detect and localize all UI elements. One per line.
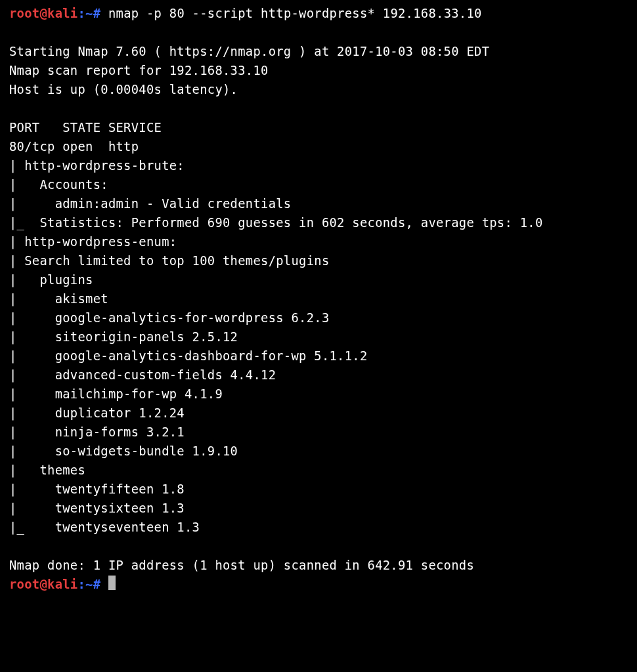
- prompt-host: kali: [47, 7, 77, 20]
- prompt-at: @: [39, 578, 47, 591]
- output-line: |_ Statistics: Performed 690 guesses in …: [9, 216, 543, 230]
- output-line: | http-wordpress-enum:: [9, 235, 177, 249]
- prompt-line-1: root@kali:~# nmap -p 80 --script http-wo…: [9, 7, 482, 20]
- prompt-hash: #: [93, 7, 101, 20]
- output-line: | duplicator 1.2.24: [9, 406, 185, 420]
- output-line: | Search limited to top 100 themes/plugi…: [9, 254, 330, 268]
- output-line: Nmap done: 1 IP address (1 host up) scan…: [9, 558, 474, 572]
- output-line: | so-widgets-bundle 1.9.10: [9, 444, 238, 458]
- prompt-colon: :: [77, 578, 85, 591]
- output-line: | advanced-custom-fields 4.4.12: [9, 368, 276, 382]
- command-text: nmap -p 80 --script http-wordpress* 192.…: [100, 7, 481, 20]
- output-line: | siteorigin-panels 2.5.12: [9, 330, 238, 344]
- output-line: |_ twentyseventeen 1.3: [9, 520, 200, 534]
- output-line: | mailchimp-for-wp 4.1.9: [9, 387, 223, 401]
- terminal[interactable]: root@kali:~# nmap -p 80 --script http-wo…: [0, 0, 637, 598]
- prompt-user: root: [9, 578, 39, 591]
- prompt-line-2: root@kali:~#: [9, 578, 116, 591]
- output-line: | plugins: [9, 273, 93, 287]
- output-line: | google-analytics-for-wordpress 6.2.3: [9, 311, 330, 325]
- output-line: Host is up (0.00040s latency).: [9, 83, 238, 96]
- output-line: | google-analytics-dashboard-for-wp 5.1.…: [9, 349, 368, 363]
- output-line: | twentysixteen 1.3: [9, 501, 185, 515]
- prompt-colon: :: [77, 7, 85, 20]
- prompt-space: [100, 578, 108, 591]
- output-line: | admin:admin - Valid credentials: [9, 197, 291, 211]
- output-line: PORT STATE SERVICE: [9, 121, 162, 135]
- prompt-tilde: ~: [85, 7, 93, 20]
- output-line: Starting Nmap 7.60 ( https://nmap.org ) …: [9, 45, 489, 58]
- prompt-hash: #: [93, 578, 101, 591]
- output-line: | akismet: [9, 292, 108, 306]
- output-line: | themes: [9, 463, 85, 477]
- output-line: | http-wordpress-brute:: [9, 159, 185, 173]
- cursor-icon: [108, 576, 116, 590]
- prompt-at: @: [39, 7, 47, 20]
- output-line: | Accounts:: [9, 178, 108, 192]
- output-line: | ninja-forms 3.2.1: [9, 425, 185, 439]
- output-line: | twentyfifteen 1.8: [9, 482, 185, 496]
- prompt-tilde: ~: [85, 578, 93, 591]
- prompt-user: root: [9, 7, 39, 20]
- output-line: Nmap scan report for 192.168.33.10: [9, 64, 269, 77]
- prompt-host: kali: [47, 578, 77, 591]
- output-line: 80/tcp open http: [9, 140, 139, 154]
